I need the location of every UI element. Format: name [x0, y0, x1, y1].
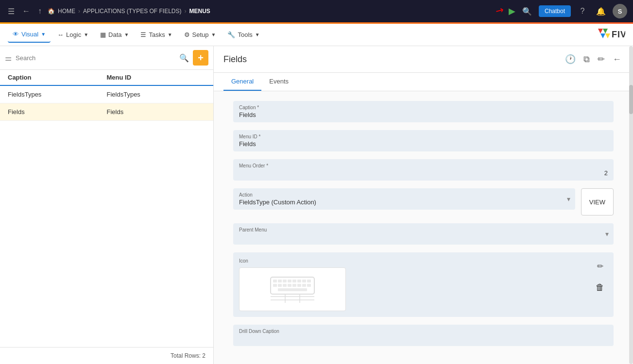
svg-rect-13 [307, 280, 311, 282]
row-menuid-fields: Fields [107, 108, 206, 116]
menuid-label: Menu ID * [239, 134, 608, 139]
icon-label: Icon [239, 258, 586, 264]
breadcrumb-current[interactable]: MENUS [189, 8, 210, 15]
drilldown-field[interactable]: Drill Down Caption [233, 325, 614, 346]
parentmenu-label: Parent Menu [239, 227, 608, 232]
secondary-nav: 👁 Visual ▼ ↔ Logic ▼ ▦ Data ▼ ☰ Tasks ▼ … [0, 24, 633, 46]
tab-general-label: General [231, 78, 254, 85]
nav-item-tasks[interactable]: ☰ Tasks ▼ [136, 27, 177, 42]
edit-icon[interactable]: ✏ [596, 52, 607, 66]
scrollbar-track[interactable] [629, 46, 633, 364]
breadcrumb-home[interactable]: HOME [58, 8, 75, 15]
svg-marker-2 [600, 33, 605, 38]
parentmenu-field[interactable]: Parent Menu ▾ [233, 223, 614, 245]
breadcrumb: 🏠 HOME › APPLICATIONS (TYPES OF FIELDS) … [48, 8, 210, 15]
user-avatar[interactable]: S [613, 4, 627, 18]
nav-item-data[interactable]: ▦ Data ▼ [95, 27, 134, 42]
svg-rect-18 [292, 284, 296, 287]
parentmenu-dropdown-icon[interactable]: ▾ [605, 230, 609, 238]
breadcrumb-app[interactable]: APPLICATIONS (TYPES OF FIELDS) [83, 8, 181, 15]
setup-icon: ⚙ [184, 31, 190, 38]
menuorder-field[interactable]: Menu Order * [233, 159, 614, 181]
filter-icon[interactable]: ⚌ [5, 53, 12, 63]
drilldown-input[interactable] [239, 335, 608, 342]
icon-action-buttons: ✏ 🗑 [592, 258, 608, 295]
keyboard-svg [268, 275, 317, 304]
tabs-bar: General Events [214, 73, 633, 91]
logic-label: Logic [66, 31, 81, 38]
nav-item-logic[interactable]: ↔ Logic ▼ [52, 27, 93, 42]
search-input[interactable] [16, 54, 175, 62]
column-header-menuid: Menu ID [107, 74, 206, 81]
scrollbar-thumb[interactable] [629, 85, 633, 114]
menuid-input[interactable] [239, 140, 608, 148]
svg-rect-8 [283, 280, 287, 282]
copy-icon[interactable]: ⧉ [582, 52, 592, 66]
table-row[interactable]: FieldsTypes FieldsTypes [0, 86, 213, 103]
nav-item-setup[interactable]: ⚙ Setup ▼ [179, 27, 221, 42]
edit-icon-button[interactable]: ✏ [592, 258, 608, 274]
menuid-field-group: Menu ID * [233, 130, 614, 151]
up-icon[interactable]: ↑ [36, 5, 44, 17]
help-icon[interactable]: ? [576, 4, 589, 18]
tools-label: Tools [238, 31, 252, 38]
nav-item-visual[interactable]: 👁 Visual ▼ [8, 27, 51, 43]
svg-rect-16 [283, 284, 287, 287]
hamburger-icon[interactable]: ☰ [6, 5, 17, 18]
view-button[interactable]: VIEW [581, 188, 614, 215]
svg-rect-14 [273, 284, 277, 287]
setup-chevron: ▼ [211, 32, 216, 37]
svg-rect-6 [273, 280, 277, 282]
breadcrumb-sep2: › [184, 8, 186, 15]
back-icon[interactable]: ← [20, 5, 32, 17]
action-dropdown-icon[interactable]: ▾ [567, 195, 570, 203]
svg-rect-21 [307, 284, 311, 287]
svg-rect-19 [297, 284, 301, 287]
nav-item-tools[interactable]: 🔧 Tools ▼ [222, 27, 264, 42]
svg-rect-17 [288, 284, 291, 287]
action-field[interactable]: Action ▾ [233, 188, 575, 210]
table-footer: Total Rows: 2 [0, 347, 213, 364]
svg-rect-22 [278, 288, 307, 291]
history-icon[interactable]: 🕐 [563, 52, 578, 66]
tab-events[interactable]: Events [261, 73, 296, 91]
menuid-field[interactable]: Menu ID * [233, 130, 614, 151]
row-menuid-fieldstypes: FieldsTypes [107, 91, 206, 98]
play-icon[interactable]: ▶ [509, 6, 515, 17]
main-layout: ⚌ 🔍 + Caption Menu ID FieldsTypes Fields… [0, 46, 633, 364]
svg-rect-15 [278, 284, 282, 287]
tasks-chevron: ▼ [168, 32, 172, 37]
search-submit-icon[interactable]: 🔍 [179, 53, 189, 63]
right-panel: Fields 🕐 ⧉ ✏ ← General Events Caption * [214, 46, 633, 364]
delete-icon-button[interactable]: 🗑 [592, 280, 608, 295]
logic-icon: ↔ [57, 31, 64, 38]
caption-field-group: Caption * [233, 101, 614, 122]
back-panel-icon[interactable]: ← [611, 52, 623, 66]
tab-general[interactable]: General [223, 73, 261, 91]
search-icon[interactable]: 🔍 [520, 4, 534, 18]
breadcrumb-sep1: › [78, 8, 80, 15]
tasks-icon: ☰ [140, 31, 146, 38]
chatbot-button[interactable]: Chatbot [539, 5, 571, 17]
svg-rect-10 [292, 280, 296, 282]
icon-content: Icon [239, 258, 586, 311]
data-chevron: ▼ [124, 32, 129, 37]
search-bar: ⚌ 🔍 + [0, 46, 213, 70]
svg-rect-9 [288, 280, 291, 282]
table-row-selected[interactable]: Fields Fields [0, 103, 213, 121]
caption-label: Caption * [239, 105, 608, 110]
five-logo: FIVE [596, 27, 625, 43]
menuorder-label: Menu Order * [239, 163, 608, 168]
notification-icon[interactable]: 🔔 [594, 4, 608, 18]
tools-icon: 🔧 [227, 31, 235, 38]
caption-field[interactable]: Caption * [233, 101, 614, 122]
table-header: Caption Menu ID [0, 70, 213, 86]
column-header-caption: Caption [8, 74, 107, 81]
menuorder-input[interactable] [239, 169, 608, 177]
caption-input[interactable] [239, 111, 608, 118]
tasks-label: Tasks [149, 31, 165, 38]
parentmenu-input[interactable] [239, 233, 608, 241]
add-button[interactable]: + [193, 50, 208, 66]
action-input[interactable] [239, 199, 569, 206]
svg-rect-11 [297, 280, 301, 282]
